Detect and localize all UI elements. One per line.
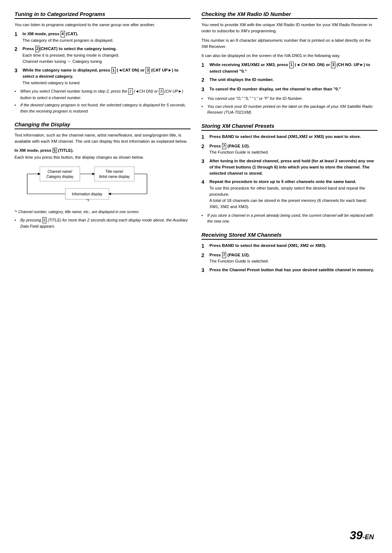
intro-text-xmid-3: It can also be displayed on the screen o… xyxy=(201,53,377,59)
step-2-sub2: Channel number tuning ↔ Category tuning xyxy=(23,58,191,65)
subsection-label-title: In XM mode, press 5 (TITLE). xyxy=(15,148,191,153)
step-content-xmid-2: The unit displays the ID number. xyxy=(209,77,377,84)
diagram-svg: Channel name/ Category display Title nam… xyxy=(18,165,160,205)
step-content-receiving-3: Press the Channel Preset button that has… xyxy=(209,267,377,274)
section-tuning-categorized: Tuning in to Categorized Programs You ca… xyxy=(15,11,191,114)
kbd-xm3: 3 xyxy=(331,62,335,68)
step-content-1: In XM mode, press 4 (CAT). The category … xyxy=(23,31,191,44)
bullet-2-tuning: • If the desired category program is not… xyxy=(15,102,191,114)
subsection-text-title: Each time you press this button, the dis… xyxy=(15,154,191,160)
page-layout: Tuning in to Categorized Programs You ca… xyxy=(15,11,377,281)
step-content-storing-3: After tuning in the desired channel, pre… xyxy=(209,158,377,177)
step-3-xmid: 3 To cancel the ID number display, set t… xyxy=(201,86,377,93)
step-3-sub: The selected category is tuned. xyxy=(23,80,191,86)
step-storing-4-sub2: A total of 18 channels can be stored in … xyxy=(209,198,377,210)
step-storing-4-main: Repeat the procedure to store up to 5 ot… xyxy=(209,179,377,185)
intro-text-xmid-2: This number is an 8 character alphanumer… xyxy=(201,37,377,50)
step-3-tuning: 3 While the category name is displayed, … xyxy=(15,67,191,86)
svg-text:*1: *1 xyxy=(86,198,90,202)
section-changing-display: Changing the Display Text information, s… xyxy=(15,121,191,229)
step-3-storing: 3 After tuning in the desired channel, p… xyxy=(201,158,377,177)
bullet-text-xmid-1: You cannot use "O," "S," " I," or "F" fo… xyxy=(207,95,377,102)
step-1-tuning: 1 In XM mode, press 4 (CAT). The categor… xyxy=(15,31,191,44)
step-receiving-3-main: Press the Channel Preset button that has… xyxy=(209,267,377,273)
section-storing-xm: Storing XM Channel Presets 1 Press BAND … xyxy=(201,123,377,224)
step-3-receiving: 3 Press the Channel Preset button that h… xyxy=(201,267,377,274)
bullet-footnote2: • By pressing 5 (TITLE) for more than 2 … xyxy=(15,217,191,229)
kbd-5: 5 xyxy=(53,148,57,153)
display-diagram: Channel name/ Category display Title nam… xyxy=(18,165,160,205)
step-content-xmid-3: To cancel the ID number display, set the… xyxy=(209,86,377,93)
bullet-2-xmid: • You can check your ID number printed o… xyxy=(201,103,377,115)
section-xm-radio-id: Checking the XM Radio ID Number You need… xyxy=(201,11,377,115)
step-num-storing-4: 4 xyxy=(201,178,208,210)
step-xmid-2-main: The unit displays the ID number. xyxy=(209,77,377,83)
step-3-main: While the category name is displayed, pr… xyxy=(23,67,191,80)
step-num-storing-1: 1 xyxy=(201,133,208,141)
step-content-storing-4: Repeat the procedure to store up to 5 ot… xyxy=(209,179,377,210)
section-title-display: Changing the Display xyxy=(15,121,191,129)
svg-text:Information display: Information display xyxy=(72,192,102,196)
svg-rect-0 xyxy=(40,167,80,181)
step-1-xmid: 1 While receiving XM1/XM2 or XM3, press … xyxy=(201,62,377,74)
section-receiving-xm: Receiving Stored XM Channels 1 Press BAN… xyxy=(201,232,377,274)
step-storing-3-main: After tuning in the desired channel, pre… xyxy=(209,158,377,177)
bullet-text-xmid-2: You can check your ID number printed on … xyxy=(207,103,377,115)
svg-text:Title name/: Title name/ xyxy=(105,170,123,174)
step-2-tuning: 2 Press 2(CH/CAT) to select the category… xyxy=(15,46,191,65)
step-1-main: In XM mode, press 4 (CAT). xyxy=(23,31,191,37)
svg-rect-3 xyxy=(94,167,134,181)
footnote-1: *¹ Channel number, category, title name,… xyxy=(15,209,191,215)
intro-text-tuning: You can listen to programs categorized t… xyxy=(15,22,191,28)
step-num-2: 2 xyxy=(15,45,21,65)
svg-text:Artist name display: Artist name display xyxy=(99,175,130,179)
bullet-1-tuning: • When you select Channel number tuning … xyxy=(15,88,191,101)
step-storing-2-main: Press 7 (PAGE 1/2). xyxy=(209,143,377,150)
step-4-storing: 4 Repeat the procedure to store up to 5 … xyxy=(201,179,377,210)
page-number-container: 39-EN xyxy=(350,529,374,542)
kbd-2: 2 xyxy=(35,46,40,52)
step-storing-2-sub: The Function Guide is switched. xyxy=(209,149,377,155)
step-num-receiving-3: 3 xyxy=(201,267,208,274)
step-xmid-1-main: While receiving XM1/XM2 or XM3, press 1 … xyxy=(209,62,377,74)
bullet-1-xmid: • You cannot use "O," "S," " I," or "F" … xyxy=(201,95,377,102)
step-content-receiving-2: Press 7 (PAGE 1/2). The Function Guide i… xyxy=(209,252,377,265)
kbd-7: 7 xyxy=(222,143,226,150)
kbd-3: 3 xyxy=(146,67,150,74)
bullet-1-storing: • If you store a channel in a preset alr… xyxy=(201,212,377,224)
bullet-dot-xmid-1: • xyxy=(201,95,207,102)
step-num-storing-2: 2 xyxy=(201,143,208,156)
step-xmid-3-main: To cancel the ID number display, set the… xyxy=(209,86,377,92)
bullet-dot-storing-1: • xyxy=(201,212,207,224)
section-title-receiving: Receiving Stored XM Channels xyxy=(201,232,377,240)
step-content-storing-1: Press BAND to select the desired band (X… xyxy=(209,134,377,141)
step-num-3: 3 xyxy=(15,67,21,86)
step-num-xmid-1: 1 xyxy=(201,61,208,74)
bullet-dot-xmid-2: • xyxy=(201,103,207,115)
kbd-4: 4 xyxy=(61,31,65,37)
step-content-storing-2: Press 7 (PAGE 1/2). The Function Guide i… xyxy=(209,143,377,156)
step-1-storing: 1 Press BAND to select the desired band … xyxy=(201,134,377,141)
kbd-3b: 3 xyxy=(159,88,163,95)
step-2-main: Press 2(CH/CAT) to select the category t… xyxy=(23,46,191,52)
step-2-storing: 2 Press 7 (PAGE 1/2). The Function Guide… xyxy=(201,143,377,156)
right-column: Checking the XM Radio ID Number You need… xyxy=(201,11,377,281)
step-num-receiving-2: 2 xyxy=(201,252,208,265)
section-title-tuning: Tuning in to Categorized Programs xyxy=(15,11,191,19)
step-storing-4-sub1: To use this procedure for other bands, s… xyxy=(209,185,377,198)
step-num-receiving-1: 1 xyxy=(201,242,208,250)
step-2-sub: Each time it is pressed, the tuning mode… xyxy=(23,52,191,58)
step-num-storing-3: 3 xyxy=(201,158,208,177)
step-num-1: 1 xyxy=(15,31,21,44)
step-num-xmid-3: 3 xyxy=(201,86,208,93)
section-title-storing: Storing XM Channel Presets xyxy=(201,123,377,131)
step-1-receiving: 1 Press BAND to select the desired band … xyxy=(201,243,377,250)
step-storing-1-main: Press BAND to select the desired band (X… xyxy=(209,134,377,140)
svg-text:Category display: Category display xyxy=(46,175,73,179)
step-receiving-1-main: Press BAND to select the desired band (X… xyxy=(209,243,377,249)
left-column: Tuning in to Categorized Programs You ca… xyxy=(15,11,191,281)
bullet-dot-2: • xyxy=(15,102,20,114)
kbd-1b: 1 xyxy=(128,88,133,95)
bullet-text-f2: By pressing 5 (TITLE) for more than 2 se… xyxy=(20,217,191,229)
intro-text-display: Text information, such as the channel na… xyxy=(15,132,191,145)
